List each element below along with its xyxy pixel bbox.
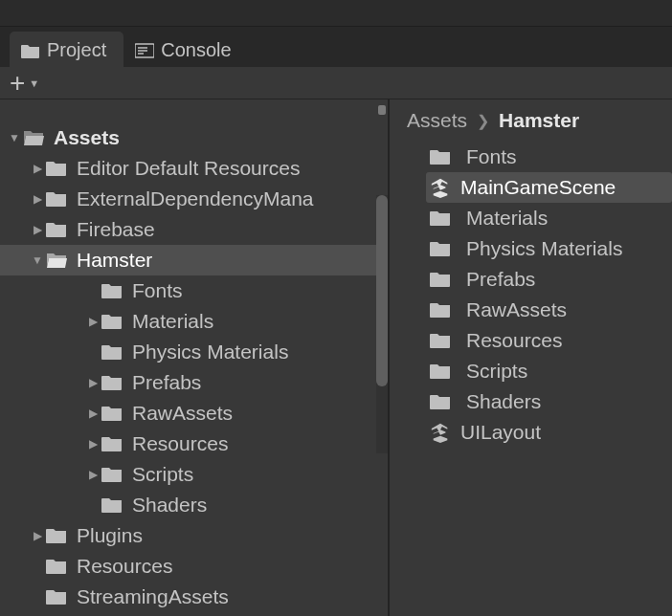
content-item-label: Physics Materials (466, 237, 622, 260)
folder-icon (430, 240, 451, 257)
tree-item-fonts[interactable]: Fonts (0, 275, 388, 306)
tree-item-prefabs[interactable]: ▶Prefabs (0, 367, 388, 398)
content-pane: Assets ❯ Hamster FontsMainGameSceneMater… (388, 99, 672, 616)
chevron-right-icon[interactable]: ▶ (84, 315, 101, 328)
folder-icon (101, 435, 123, 452)
breadcrumb-root[interactable]: Assets (407, 109, 467, 132)
folder-icon (430, 393, 451, 410)
folder-icon (23, 129, 44, 146)
unity-scene-icon (430, 422, 451, 443)
breadcrumb-current[interactable]: Hamster (499, 109, 579, 132)
folder-icon (21, 43, 40, 58)
tree-item-firebase[interactable]: ▶Firebase (0, 214, 388, 245)
folder-icon (430, 271, 451, 288)
chevron-down-icon[interactable]: ▼ (29, 253, 46, 267)
content-item-scripts[interactable]: Scripts (426, 356, 672, 386)
content-item-prefabs[interactable]: Prefabs (426, 264, 672, 295)
toolbar: + ▼ (0, 67, 672, 99)
add-dropdown-caret-icon[interactable]: ▼ (29, 77, 39, 89)
window-titlebar (0, 0, 672, 27)
tree-item-assets[interactable]: ▼Assets (0, 122, 388, 153)
tree-item-label: Resources (132, 432, 228, 455)
content-item-label: MainGameScene (460, 176, 616, 199)
tree-item-externaldependencymana[interactable]: ▶ExternalDependencyMana (0, 184, 388, 214)
tree-item-label: Physics Materials (132, 341, 288, 363)
content-item-label: Resources (466, 329, 562, 352)
chevron-right-icon[interactable]: ▶ (84, 407, 101, 420)
tree-item-shaders[interactable]: Shaders (0, 490, 388, 520)
chevron-right-icon[interactable]: ▶ (84, 376, 101, 389)
tab-project[interactable]: Project (10, 32, 123, 67)
chevron-right-icon: ❯ (477, 112, 489, 130)
folder-icon (46, 588, 67, 605)
content-item-rawassets[interactable]: RawAssets (426, 295, 672, 325)
content-item-label: Prefabs (466, 268, 535, 291)
content-item-maingamescene[interactable]: MainGameScene (426, 172, 672, 203)
tree-item-label: Scripts (132, 463, 193, 486)
folder-tree: ▼Assets▶Editor Default Resources▶Externa… (0, 99, 388, 612)
folder-content-list: FontsMainGameSceneMaterialsPhysics Mater… (399, 142, 672, 448)
pane-splitter-handle[interactable] (378, 105, 386, 115)
folder-icon (46, 527, 67, 544)
folder-icon (101, 374, 123, 391)
content-item-label: UILayout (460, 421, 541, 444)
tree-item-physics-materials[interactable]: Physics Materials (0, 337, 388, 367)
add-button[interactable]: + (10, 70, 25, 97)
content-item-label: Scripts (466, 360, 527, 383)
content-item-label: Shaders (466, 390, 541, 413)
scrollbar-thumb[interactable] (376, 195, 388, 386)
content-item-uilayout[interactable]: UILayout (426, 417, 672, 448)
tree-item-label: Firebase (77, 218, 155, 241)
chevron-right-icon[interactable]: ▶ (29, 223, 46, 236)
folder-tree-pane: ▼Assets▶Editor Default Resources▶Externa… (0, 99, 388, 616)
folder-icon (46, 252, 67, 269)
content-item-resources[interactable]: Resources (426, 325, 672, 356)
tree-item-label: Assets (54, 126, 120, 149)
folder-icon (101, 343, 123, 361)
content-item-materials[interactable]: Materials (426, 203, 672, 233)
chevron-down-icon[interactable]: ▼ (6, 131, 23, 144)
console-icon (135, 43, 154, 58)
content-item-fonts[interactable]: Fonts (426, 142, 672, 172)
tree-item-resources[interactable]: Resources (0, 551, 388, 582)
folder-icon (46, 190, 67, 208)
chevron-right-icon[interactable]: ▶ (29, 192, 46, 206)
tab-bar: Project Console (0, 27, 672, 67)
tree-item-label: Resources (77, 555, 172, 578)
tree-item-materials[interactable]: ▶Materials (0, 306, 388, 337)
tree-item-label: Shaders (132, 494, 207, 517)
breadcrumb: Assets ❯ Hamster (399, 105, 672, 142)
chevron-right-icon[interactable]: ▶ (29, 529, 46, 542)
folder-icon (46, 160, 67, 177)
tree-item-label: Editor Default Resources (77, 157, 300, 180)
chevron-right-icon[interactable]: ▶ (84, 468, 101, 481)
tree-item-editor-default-resources[interactable]: ▶Editor Default Resources (0, 153, 388, 184)
tab-console-label: Console (161, 39, 231, 61)
tree-item-scripts[interactable]: ▶Scripts (0, 459, 388, 490)
content-item-physics-materials[interactable]: Physics Materials (426, 233, 672, 264)
tree-item-resources[interactable]: ▶Resources (0, 429, 388, 459)
tree-item-rawassets[interactable]: ▶RawAssets (0, 398, 388, 429)
content-item-label: RawAssets (466, 298, 567, 321)
tree-item-streamingassets[interactable]: StreamingAssets (0, 582, 388, 612)
folder-icon (101, 466, 123, 483)
folder-icon (101, 313, 123, 330)
chevron-right-icon[interactable]: ▶ (84, 437, 101, 451)
tree-item-label: Prefabs (132, 371, 201, 394)
folder-icon (430, 301, 451, 319)
tree-item-plugins[interactable]: ▶Plugins (0, 520, 388, 551)
content-item-shaders[interactable]: Shaders (426, 386, 672, 417)
folder-icon (101, 282, 123, 299)
tab-console[interactable]: Console (123, 32, 248, 67)
folder-icon (430, 148, 451, 165)
folder-icon (430, 209, 451, 227)
tree-item-label: StreamingAssets (77, 585, 229, 608)
folder-icon (430, 332, 451, 349)
tree-item-label: RawAssets (132, 402, 233, 425)
folder-icon (101, 405, 123, 422)
chevron-right-icon[interactable]: ▶ (29, 162, 46, 175)
scrollbar-track[interactable] (376, 195, 388, 453)
folder-icon (46, 558, 67, 575)
unity-scene-icon (430, 177, 451, 198)
tree-item-hamster[interactable]: ▼Hamster (0, 245, 388, 275)
